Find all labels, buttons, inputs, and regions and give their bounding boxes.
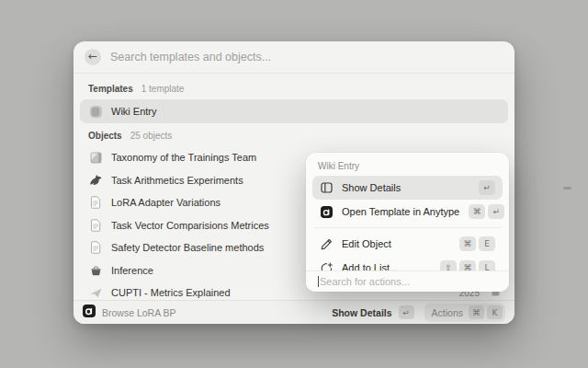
page-icon [88, 241, 103, 254]
templates-title: Templates [88, 84, 133, 94]
k-key-badge: K [487, 305, 503, 319]
template-row-wiki-entry[interactable]: Wiki Entry [80, 99, 508, 123]
menu-item-label: Show Details [342, 182, 469, 193]
desktop-background: ← Templates 1 template Wiki Entry Object… [0, 0, 588, 368]
footer-bar: Browse LoRA BP Show Details ↵ Actions ⌘ … [74, 300, 514, 324]
popup-menu: Show Details ↵ Open Template in Anytype … [306, 176, 509, 280]
page-icon [88, 196, 103, 209]
objects-section-header: Objects 25 objects [80, 125, 508, 146]
actions-label: Actions [432, 307, 463, 318]
basket-icon [88, 265, 103, 276]
shortcut-keys: ↵ [479, 180, 495, 195]
obscured-row-icon [563, 187, 571, 190]
templates-section-header: Templates 1 template [80, 78, 508, 99]
menu-item-edit-object[interactable]: Edit Object ⌘ E [312, 232, 503, 256]
page-icon [88, 219, 103, 232]
objects-title: Objects [88, 131, 122, 141]
shortcut-keys: ⌘ E [459, 236, 495, 251]
show-details-button[interactable]: Show Details [332, 307, 391, 318]
cmd-key-badge: ⌘ [469, 204, 485, 219]
search-bar: ← [74, 41, 514, 74]
menu-item-show-details[interactable]: Show Details ↵ [312, 176, 503, 200]
anytype-logo-icon [83, 305, 96, 321]
text-cursor [318, 276, 319, 287]
cmd-key-badge: ⌘ [459, 236, 476, 251]
return-key-badge: ↵ [479, 180, 495, 195]
actions-search-field[interactable]: Search for actions... [306, 270, 509, 292]
template-icon [88, 105, 103, 119]
paper-plane-icon [88, 288, 103, 298]
template-label: Wiki Entry [111, 106, 500, 117]
shortcut-keys: ⌘ ↵ [469, 204, 504, 219]
menu-divider [314, 227, 501, 228]
sidebar-panel-icon [320, 182, 333, 193]
pencil-icon [320, 238, 333, 250]
menu-item-label: Open Template in Anytype [342, 206, 459, 217]
anytype-logo-icon [320, 206, 333, 218]
cmd-key-badge: ⌘ [469, 305, 484, 319]
book-icon [88, 152, 103, 164]
back-arrow-icon: ← [88, 50, 97, 63]
back-button[interactable]: ← [85, 49, 101, 65]
menu-item-label: Edit Object [342, 238, 450, 249]
objects-count: 25 objects [130, 131, 173, 141]
actions-search-placeholder: Search for actions... [320, 276, 410, 287]
return-key-badge: ↵ [488, 204, 504, 219]
actions-popup: Wiki Entry Show Details ↵ Open Template … [306, 153, 509, 292]
e-key-badge: E [479, 236, 495, 251]
context-label: Browse LoRA BP [102, 307, 325, 318]
menu-item-open-template[interactable]: Open Template in Anytype ⌘ ↵ [312, 200, 503, 224]
bird-icon [88, 174, 103, 186]
popup-title: Wiki Entry [306, 153, 509, 176]
search-input[interactable] [110, 51, 503, 63]
templates-count: 1 template [141, 84, 185, 94]
return-key-badge: ↵ [399, 305, 414, 319]
actions-button[interactable]: Actions ⌘ K [424, 304, 505, 322]
